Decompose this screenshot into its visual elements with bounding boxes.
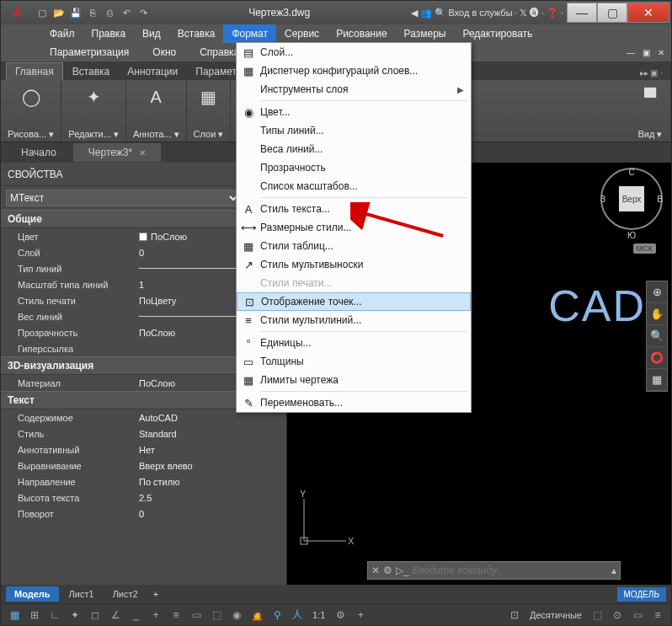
menu-item[interactable]: Инструменты слоя▶: [237, 80, 471, 99]
canvas-text[interactable]: CAD: [548, 281, 646, 331]
ribbon-tab-1[interactable]: Вставка: [64, 63, 119, 80]
menu-item[interactable]: Прозрачность: [237, 158, 471, 177]
app-logo[interactable]: A: [3, 1, 31, 24]
layout-tab[interactable]: Модель: [6, 586, 59, 602]
minimize-button[interactable]: —: [567, 3, 597, 23]
menu-Параметризация[interactable]: Параметризация: [41, 43, 137, 62]
osnap-icon[interactable]: ◻: [87, 607, 104, 623]
anno-icon[interactable]: 🙍: [248, 607, 265, 623]
ribbon-panel-5[interactable]: ▀Вид ▾: [630, 80, 671, 142]
ribbon-panel-2[interactable]: AАннота... ▾: [126, 80, 187, 142]
prop-value[interactable]: Вверх влево: [136, 457, 286, 474]
menu-Сервис[interactable]: Сервис: [276, 24, 328, 43]
cust-icon[interactable]: ≡: [649, 607, 666, 623]
polar-icon[interactable]: ✦: [67, 607, 83, 623]
new-icon[interactable]: ▢: [35, 5, 50, 20]
save-icon[interactable]: 💾: [68, 5, 83, 20]
print-icon[interactable]: ⎙: [102, 5, 117, 20]
doc-tab[interactable]: Чертеж3*✕: [73, 143, 161, 162]
menu-Размеры[interactable]: Размеры: [396, 24, 455, 43]
mdi-min-icon[interactable]: —: [623, 48, 638, 57]
exchange-icon[interactable]: · 𝕏 🅐 · ❓ ·: [515, 8, 563, 19]
viewcube-east[interactable]: В: [657, 195, 663, 204]
menu-item[interactable]: AСтиль текста...: [237, 200, 471, 218]
prop-value[interactable]: Нет: [136, 441, 286, 457]
menu-item[interactable]: °Единицы...: [237, 334, 471, 352]
grid-icon[interactable]: ▦: [6, 607, 23, 623]
ribbon-panel-0[interactable]: ◯Рисова... ▾: [1, 80, 61, 142]
menu-item[interactable]: ▭Толщины: [237, 352, 471, 371]
menu-item[interactable]: ✎Переименовать...: [237, 393, 471, 412]
add-layout-icon[interactable]: +: [148, 586, 163, 602]
close-button[interactable]: ✕: [627, 3, 669, 23]
anno-scale[interactable]: 1:1: [309, 610, 328, 620]
menu-item[interactable]: ▦Стили таблиц...: [237, 237, 471, 255]
menu-Правка[interactable]: Правка: [83, 24, 135, 43]
prop-row[interactable]: НаправлениеПо стилю: [1, 474, 286, 490]
ribbon-tab-more[interactable]: ▸▸ ▣ ·: [632, 66, 671, 80]
zoom-icon[interactable]: 🔍: [647, 325, 667, 347]
layout-tab[interactable]: Лист2: [104, 586, 147, 602]
menu-item[interactable]: ▤Слой...: [237, 43, 471, 62]
showmotion-icon[interactable]: ▦: [647, 369, 667, 391]
ortho-icon[interactable]: ∟: [46, 607, 63, 623]
wcs-badge[interactable]: МСК: [633, 243, 656, 254]
viewcube[interactable]: С Ю В З Верх: [600, 168, 663, 230]
cmd-close-icon[interactable]: ✕: [371, 564, 380, 576]
menu-item[interactable]: ▦Лимиты чертежа: [237, 371, 471, 389]
fullnav-icon[interactable]: ⊕: [647, 281, 667, 303]
menu-item[interactable]: ≡Стили мультилиний...: [237, 311, 471, 329]
close-tab-icon[interactable]: ✕: [139, 148, 146, 158]
viewcube-top[interactable]: Верх: [619, 186, 644, 211]
menu-item[interactable]: Список масштабов...: [237, 177, 471, 195]
cmd-opts-icon[interactable]: ⚙: [383, 564, 392, 576]
menu-Окно[interactable]: Окно: [144, 43, 184, 62]
model-badge[interactable]: МОДЕЛЬ: [617, 587, 666, 602]
ws-icon[interactable]: ⚙: [332, 607, 349, 623]
prop-row[interactable]: АннотативныйНет: [1, 441, 286, 457]
prop-value[interactable]: Standard: [136, 425, 286, 441]
clean-icon[interactable]: ▭: [629, 607, 646, 623]
prop-row[interactable]: ВыравниваниеВверх влево: [1, 457, 286, 474]
menu-item[interactable]: ⟷Размерные стили...: [237, 218, 471, 237]
saveas-icon[interactable]: ⎘: [85, 5, 100, 20]
object-type-select[interactable]: МТекст: [6, 190, 241, 206]
maximize-button[interactable]: ▢: [597, 3, 627, 23]
prop-value[interactable]: По стилю: [136, 474, 286, 490]
menu-item[interactable]: ↗Стиль мультивыноски: [237, 255, 471, 274]
prop-value[interactable]: 2.5: [136, 490, 286, 506]
ducs-icon[interactable]: ⎯: [127, 607, 144, 623]
otrack-icon[interactable]: ∠: [107, 607, 124, 623]
doc-tab[interactable]: Начало: [6, 143, 72, 162]
prop-row[interactable]: Высота текста2.5: [1, 490, 286, 506]
menu-item[interactable]: ⊡Отображение точек...: [237, 292, 471, 311]
prop-value[interactable]: 0: [136, 506, 286, 522]
menu-item[interactable]: Типы линий...: [237, 121, 471, 140]
a1-icon[interactable]: ⚲: [269, 607, 285, 623]
menu-Формат[interactable]: Формат: [223, 24, 276, 43]
menu-Вставка[interactable]: Вставка: [169, 24, 224, 43]
menu-Файл[interactable]: Файл: [41, 24, 83, 43]
viewcube-south[interactable]: Ю: [627, 231, 636, 240]
open-icon[interactable]: 📂: [51, 5, 67, 20]
mdi-close-icon[interactable]: ✕: [654, 48, 668, 57]
menu-item[interactable]: Веса линий...: [237, 140, 471, 158]
snap-icon[interactable]: ⊞: [26, 607, 43, 623]
qp-icon[interactable]: ⬚: [208, 607, 225, 623]
menu-Редактировать[interactable]: Редактировать: [454, 24, 541, 43]
am-icon[interactable]: +: [352, 607, 369, 623]
undo-icon[interactable]: ↶: [119, 5, 134, 20]
tpy-icon[interactable]: ▭: [188, 607, 205, 623]
login-link[interactable]: Вход в службы: [448, 8, 512, 18]
search-icon[interactable]: ◀ 👥 🔍: [411, 8, 446, 19]
menu-Рисование[interactable]: Рисование: [328, 24, 395, 43]
viewcube-north[interactable]: С: [628, 168, 634, 177]
iso-icon[interactable]: ⊙: [609, 607, 626, 623]
dec-icon[interactable]: ⊡: [506, 607, 523, 623]
menu-item[interactable]: ▦Диспетчер конфигураций слоев...: [237, 62, 471, 80]
sc-icon[interactable]: ◉: [228, 607, 245, 623]
cmd-up-icon[interactable]: ▴: [611, 564, 616, 576]
viewcube-west[interactable]: З: [600, 195, 605, 204]
ribbon-tab-0[interactable]: Главная: [6, 62, 63, 80]
prop-row[interactable]: СтильStandard: [1, 425, 286, 441]
